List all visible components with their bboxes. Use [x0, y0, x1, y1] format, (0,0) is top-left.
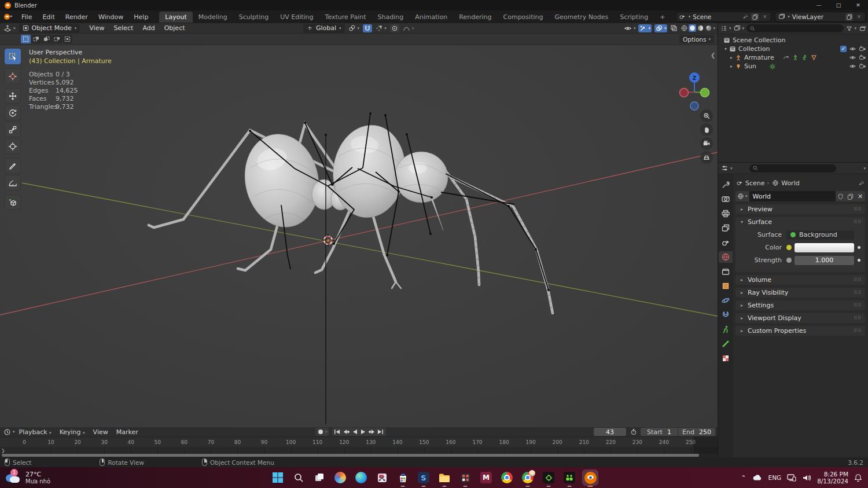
unlink-scene-icon[interactable]: ✕ — [761, 13, 768, 21]
taskbar-app-green-people-app[interactable] — [562, 470, 577, 485]
collection-checkbox[interactable]: ✓ — [840, 46, 847, 52]
timeline-track[interactable] — [0, 447, 718, 453]
editor-type-button[interactable]: ▾ — [3, 24, 16, 32]
animate-color-dot[interactable] — [858, 246, 860, 249]
measure-tool-button[interactable] — [5, 175, 21, 190]
world-properties-tab[interactable] — [719, 251, 733, 263]
constraints-properties-tab[interactable] — [719, 309, 733, 321]
taskbar-app-task-view[interactable] — [312, 470, 327, 485]
workspace-tab-animation[interactable]: Animation — [409, 12, 453, 23]
language-indicator[interactable]: ENG — [768, 474, 782, 481]
menu-playback[interactable]: Playback ▾ — [15, 428, 56, 436]
workspace-tab-modeling[interactable]: Modeling — [193, 12, 233, 23]
hide-eye-icon[interactable] — [849, 63, 856, 70]
prev-keyframe-button[interactable] — [342, 428, 350, 435]
notifications-bell-icon[interactable] — [854, 474, 862, 482]
workspace-tab-texture-paint[interactable]: Texture Paint — [319, 12, 372, 23]
unlink-datablock-button[interactable]: ✕ — [855, 191, 865, 201]
jump-to-start-button[interactable] — [333, 428, 341, 435]
onedrive-icon[interactable] — [752, 474, 763, 481]
taskbar-app-file-explorer[interactable] — [437, 470, 452, 485]
preview-panel[interactable]: ▸Preview⠿⠿ — [735, 204, 865, 214]
settings-panel[interactable]: ▸Settings⠿⠿ — [735, 300, 865, 310]
outliner-row-scene-collection[interactable]: Scene Collection — [718, 36, 868, 45]
menu-keying[interactable]: Keying ▾ — [56, 428, 89, 436]
workspace-tab-geometry-nodes[interactable]: Geometry Nodes — [549, 12, 614, 23]
3d-viewport[interactable]: ▾ Object Mode ▾ View Select Add Object G… — [0, 23, 718, 427]
rotate-tool-button[interactable] — [5, 105, 21, 120]
menu-view[interactable]: View — [84, 23, 109, 33]
timeline-scrollbar[interactable] — [0, 453, 718, 457]
proportional-editing-toggle[interactable] — [390, 24, 399, 32]
fake-user-shield-button[interactable] — [836, 191, 845, 201]
taskbar-app-search[interactable] — [291, 470, 306, 485]
network-icon[interactable] — [787, 474, 796, 482]
hide-eye-icon[interactable] — [849, 45, 856, 53]
taskbar-app-remote-app[interactable] — [458, 470, 473, 485]
menu-view[interactable]: View — [89, 428, 112, 436]
next-keyframe-button[interactable] — [368, 428, 376, 435]
new-collection-button[interactable] — [859, 25, 866, 32]
add-cube-tool-button[interactable] — [5, 195, 21, 210]
show-overlays-toggle[interactable]: ▾ — [654, 24, 668, 32]
outliner-filter-id-dropdown[interactable]: ▾ — [734, 25, 745, 32]
snap-target-dropdown[interactable]: ▾ — [376, 25, 387, 32]
new-scene-button[interactable] — [751, 13, 759, 21]
taskbar-app-edge[interactable] — [354, 470, 369, 485]
view-layer-selector[interactable]: ▾ ViewLayer ✕ — [775, 12, 866, 22]
transform-tool-button[interactable] — [5, 138, 21, 154]
select-mode-invert-button[interactable] — [52, 35, 62, 43]
taskbar-app-store[interactable] — [395, 470, 410, 485]
menu-file[interactable]: File — [16, 12, 37, 23]
object-type-visibility-dropdown[interactable]: ▾ — [624, 24, 636, 32]
weather-widget[interactable]: 1 27°C Mưa nhỏ — [6, 471, 50, 485]
tweak-select-tool-button[interactable] — [5, 49, 21, 64]
expand-arrow-icon[interactable]: ▾ — [723, 46, 729, 52]
disable-render-camera-icon[interactable] — [859, 63, 866, 70]
disable-render-camera-icon[interactable] — [859, 54, 866, 61]
play-button[interactable] — [359, 428, 367, 435]
scene-selector[interactable]: ▾ Scene ✕ — [676, 12, 772, 22]
properties-options-dropdown[interactable]: ▾ — [863, 166, 866, 171]
current-frame-field[interactable]: 43 — [594, 428, 626, 436]
workspace-tab-shading[interactable]: Shading — [372, 12, 410, 23]
workspace-tab-scripting[interactable]: Scripting — [614, 12, 654, 23]
render-properties-tab[interactable] — [719, 193, 733, 205]
pivot-point-dropdown[interactable]: ▾ — [348, 24, 360, 32]
sidebar-collapse-arrow[interactable]: ❮ — [711, 52, 715, 58]
color-swatch[interactable] — [795, 243, 854, 252]
ray-visibility-panel[interactable]: ▸Ray Visibility⠿⠿ — [735, 288, 865, 298]
xray-toggle[interactable] — [670, 24, 678, 32]
outliner-search-input[interactable] — [746, 24, 844, 32]
scale-tool-button[interactable] — [5, 122, 21, 137]
scrollbar-thumb[interactable] — [2, 454, 699, 457]
taskbar-app-start[interactable] — [270, 470, 285, 485]
volume-icon[interactable] — [802, 474, 811, 482]
workspace-tab-uv-editing[interactable]: UV Editing — [274, 12, 319, 23]
breadcrumb-scene[interactable]: Scene — [745, 179, 765, 187]
taskbar-app-chrome-profile[interactable] — [520, 470, 535, 485]
move-tool-button[interactable] — [5, 88, 21, 104]
menu-add[interactable]: Add — [138, 23, 159, 33]
remove-view-layer-icon[interactable]: ✕ — [855, 13, 863, 21]
menu-help[interactable]: Help — [128, 12, 153, 23]
proportional-falloff-dropdown[interactable]: ▾ — [403, 24, 414, 32]
transform-orientation-dropdown[interactable]: Global ▾ — [303, 24, 345, 33]
collection-properties-tab[interactable] — [719, 266, 733, 277]
shading-wireframe-button[interactable] — [681, 24, 688, 32]
timeline-ruler[interactable]: 0102030405060708090100110120130140150160… — [0, 437, 718, 447]
copy-datablock-button[interactable] — [845, 191, 855, 201]
jump-to-end-button[interactable] — [377, 428, 385, 435]
menu-render[interactable]: Render — [60, 12, 93, 23]
select-mode-subtract-button[interactable] — [42, 35, 52, 43]
maximize-button[interactable]: □ — [829, 0, 848, 10]
taskbar-app-green-target-app[interactable] — [541, 470, 556, 485]
pin-icon[interactable] — [741, 13, 749, 21]
menu-object[interactable]: Object — [160, 23, 190, 33]
end-frame-field[interactable]: End250 — [678, 428, 715, 436]
scene-properties-tab[interactable] — [719, 237, 733, 248]
workspace-tab-layout[interactable]: Layout — [159, 12, 192, 23]
select-mode-extend-button[interactable] — [31, 35, 41, 43]
stopwatch-icon[interactable] — [630, 428, 637, 436]
new-view-layer-button[interactable] — [845, 13, 853, 21]
